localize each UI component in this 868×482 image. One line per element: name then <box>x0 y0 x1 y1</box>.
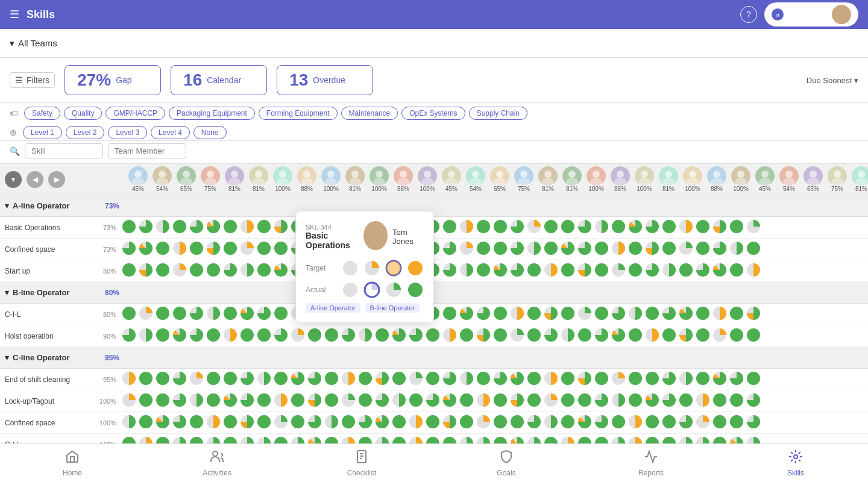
skill-cell[interactable] <box>155 371 171 389</box>
skill-cell[interactable] <box>459 371 474 389</box>
skill-cell[interactable] <box>121 392 137 410</box>
skill-cell[interactable] <box>172 414 187 432</box>
skill-cell[interactable] <box>729 305 744 324</box>
skill-cell[interactable] <box>138 414 154 432</box>
skill-cell[interactable] <box>391 414 407 432</box>
avatar-col[interactable]: 45% <box>440 166 463 192</box>
skill-cell[interactable] <box>661 240 677 258</box>
skill-cell[interactable] <box>729 414 744 432</box>
skill-cell[interactable] <box>594 327 609 345</box>
member-search-input[interactable] <box>108 143 186 158</box>
table-row[interactable]: End of shift cleaning 95% <box>0 369 868 390</box>
table-row[interactable]: C-I-L 80% <box>0 304 868 325</box>
avatar-col[interactable]: 65% <box>802 166 825 192</box>
skill-cell[interactable] <box>526 219 542 237</box>
skill-cell[interactable] <box>273 414 289 432</box>
skill-cell[interactable] <box>577 219 593 237</box>
filter-tag-packaging[interactable]: Packaging Equipment <box>169 107 255 120</box>
skill-cell[interactable] <box>155 240 171 258</box>
filter-tag-level1[interactable]: Level 1 <box>23 126 62 139</box>
avatar-col[interactable]: 100% <box>633 166 656 192</box>
skill-cell[interactable] <box>374 371 390 389</box>
skill-cell[interactable] <box>239 327 255 345</box>
skill-group-header[interactable]: ▾ B-line Operator 80% <box>0 282 868 304</box>
skill-cell[interactable] <box>695 262 711 280</box>
nav-checklist[interactable]: Checklist <box>338 445 386 482</box>
skill-cell[interactable] <box>138 392 154 410</box>
group-expand-icon[interactable]: ▾ <box>5 353 9 362</box>
skill-cell[interactable] <box>172 327 187 345</box>
skill-cell[interactable] <box>476 262 491 280</box>
skill-cell[interactable] <box>222 305 238 324</box>
skill-cell[interactable] <box>408 392 424 410</box>
skill-cell[interactable] <box>492 392 508 410</box>
skill-cell[interactable] <box>594 262 609 280</box>
skill-cell[interactable] <box>678 262 694 280</box>
skill-cell[interactable] <box>661 305 677 324</box>
skill-cell[interactable] <box>661 414 677 432</box>
skill-cell[interactable] <box>526 392 542 410</box>
skill-cell[interactable] <box>644 240 660 258</box>
skill-cell[interactable] <box>273 219 289 237</box>
skill-cell[interactable] <box>712 371 728 389</box>
filter-tag-level2[interactable]: Level 2 <box>66 126 105 139</box>
skill-cell[interactable] <box>526 240 542 258</box>
skill-cell[interactable] <box>695 392 711 410</box>
skill-cell[interactable] <box>712 240 728 258</box>
filter-tag-gmp[interactable]: GMP/HACCP <box>105 107 165 120</box>
skill-cell[interactable] <box>273 371 289 389</box>
skill-cell[interactable] <box>695 327 711 345</box>
skill-cell[interactable] <box>155 219 171 237</box>
skill-cell[interactable] <box>442 414 458 432</box>
skill-cell[interactable] <box>695 219 711 237</box>
skill-cell[interactable] <box>678 240 694 258</box>
avatar-col[interactable]: 75% <box>512 166 535 192</box>
skill-cell[interactable] <box>594 240 609 258</box>
skill-cell[interactable] <box>155 414 171 432</box>
skill-cell[interactable] <box>155 392 171 410</box>
avatar-col[interactable]: 75% <box>826 166 849 192</box>
skill-cell[interactable] <box>222 414 238 432</box>
nav-activities[interactable]: Activities <box>193 445 241 482</box>
skill-cell[interactable] <box>560 327 576 345</box>
skill-cell[interactable] <box>729 327 744 345</box>
skill-cell[interactable] <box>492 305 508 324</box>
avatar-col[interactable]: 81% <box>223 166 246 192</box>
skill-cell[interactable] <box>121 305 137 324</box>
skill-cell[interactable] <box>155 305 171 324</box>
skill-cell[interactable] <box>425 392 441 410</box>
skill-cell[interactable] <box>627 327 643 345</box>
skill-cell[interactable] <box>695 414 711 432</box>
skill-cell[interactable] <box>695 371 711 389</box>
skill-cell[interactable] <box>611 414 626 432</box>
nav-skills[interactable]: Skills <box>772 445 820 482</box>
skill-cell[interactable] <box>577 392 593 410</box>
skill-cell[interactable] <box>121 371 137 389</box>
skill-cell[interactable] <box>442 327 458 345</box>
skill-cell[interactable] <box>661 262 677 280</box>
skill-cell[interactable] <box>442 219 458 237</box>
skill-cell[interactable] <box>627 262 643 280</box>
skill-cell[interactable] <box>746 262 761 280</box>
skill-cell[interactable] <box>138 371 154 389</box>
skill-cell[interactable] <box>678 371 694 389</box>
avatar-col[interactable]: 81% <box>657 166 680 192</box>
skill-cell[interactable] <box>138 262 154 280</box>
skill-cell[interactable] <box>695 305 711 324</box>
skill-cell[interactable] <box>661 219 677 237</box>
skill-cell[interactable] <box>560 392 576 410</box>
skill-cell[interactable] <box>712 305 728 324</box>
skill-cell[interactable] <box>121 414 137 432</box>
skill-cell[interactable] <box>678 392 694 410</box>
skill-search-input[interactable] <box>25 143 103 158</box>
skill-cell[interactable] <box>594 414 609 432</box>
skill-cell[interactable] <box>273 305 289 324</box>
skill-cell[interactable] <box>492 262 508 280</box>
help-button[interactable]: ? <box>740 6 757 23</box>
skill-cell[interactable] <box>678 414 694 432</box>
skill-cell[interactable] <box>256 392 272 410</box>
skill-cell[interactable] <box>611 327 626 345</box>
skill-cell[interactable] <box>341 392 356 410</box>
skill-cell[interactable] <box>172 371 187 389</box>
table-row[interactable]: Hoist operation 90% <box>0 325 868 347</box>
